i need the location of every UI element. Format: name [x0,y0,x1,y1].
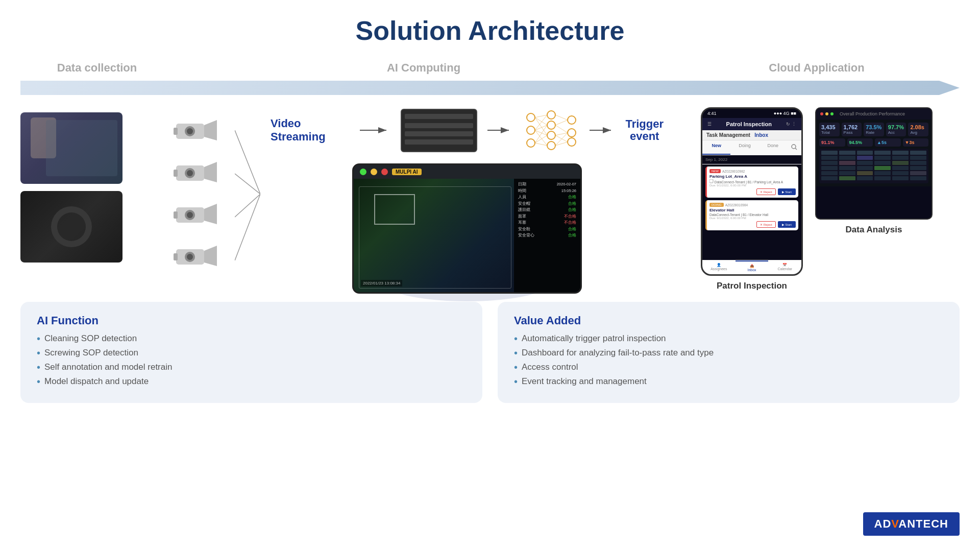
label-shoes: 安全鞋 [518,227,530,232]
db-metric-val-8: ▲5s [877,140,899,145]
db-metric-7: 94.5% [847,138,873,147]
db-td-5-1 [821,176,838,180]
task-card-1: NEW AZ0228010982 Parking Lot_Area A Data… [705,166,798,198]
photo-bottom [20,191,122,263]
mulpi-badge: MULPI AI [392,169,422,175]
flow-arrow [20,79,960,97]
svg-point-32 [527,139,535,147]
db-td-5-6 [910,176,926,180]
ai-function-title: AI Function [37,314,466,327]
task2-start-button[interactable]: ▶ Start [778,221,796,228]
page-title: Solution Architecture [20,10,960,46]
db-th-3 [857,151,873,155]
video-timestamp: 2022/01/23 13:08:34 [361,280,402,287]
db-metric-label-3: Rate [866,130,882,135]
arrow-to-trigger [590,123,615,138]
db-td-4-5 [892,171,909,175]
svg-line-48 [535,135,547,143]
task2-due: Due: 9/1/2022, 6:00:00 PM [709,217,796,220]
svg-marker-19 [204,246,217,266]
db-metric-val-9: ▼3s [905,140,927,145]
label-mask: 面罩 [518,214,526,219]
db-metrics-row-2: 91.1% 94.5% ▲5s ▼3s [819,138,928,147]
db-td-4-6 [910,171,926,175]
svg-point-33 [547,111,555,119]
info-row-shoes: 安全鞋 合格 [518,227,576,232]
task1-due: Due: 9/1/2022, 6:00:00 PM [709,184,796,187]
task2-reject-button[interactable]: ✕ Reject [756,221,776,228]
svg-line-23 [235,194,260,217]
task1-reject-button[interactable]: ✕ Reject [756,188,776,195]
val-helmet: 合格 [568,201,576,206]
task2-name: Elevator Hall [709,208,796,212]
db-metric-1: 3,435 Total [819,123,840,136]
section-label-cloud-application: Cloud Application [674,61,960,75]
screen-video: 2022/01/23 13:08:34 [354,179,514,294]
db-th-4 [874,151,891,155]
phone-date-label: Sep 1, 2022 [702,155,801,164]
db-metric-val-5: 2.08s [910,124,926,130]
section-label-ai-computing: AI Computing [174,61,674,75]
phone-tab-new[interactable]: New [702,140,730,155]
patrol-inspection-label: Patrol Inspection [717,281,787,291]
db-table-area [819,149,928,183]
phone-status-bar: 4:41 ●●● 4G ■■ [702,109,801,118]
db-td-5-2 [839,176,855,180]
label-earplug: 耳塞 [518,220,526,225]
phone-nav-inbox[interactable]: 📥Inbox [736,260,769,274]
svg-line-41 [535,117,547,125]
phone-search-icon[interactable] [787,140,801,155]
phone-tab-doing[interactable]: Doing [730,140,758,155]
db-td-3-3 [857,166,873,170]
val-mask: 不合格 [564,214,576,219]
task2-buttons: ✕ Reject ▶ Start [709,221,796,228]
info-row-vest: 安全背心 合格 [518,233,576,238]
label-vest: 安全背心 [518,233,534,238]
db-th-2 [839,151,855,155]
advantech-logo: ADVANTECH [863,512,960,536]
camera-icon-4 [174,243,235,271]
task1-buttons: ✕ Reject ▶ Start [709,188,796,195]
svg-point-38 [568,129,576,137]
dashboard-url-bar: Overall Production Performance [840,111,905,116]
val-shoes: 合格 [568,227,576,232]
dot-yellow [371,169,377,175]
db-td-4-4 [874,171,891,175]
db-metric-3: 73.5% Rate [864,123,884,136]
db-dot-red [820,112,823,115]
task1-start-button[interactable]: ▶ Start [778,188,796,195]
db-td-1-3 [857,156,873,160]
task1-id: AZ0228010982 [722,170,745,173]
apps-display-row: 4:41 ●●● 4G ■■ ☰ Patrol Inspection ↻ ⋮ T… [701,107,933,291]
db-td-2-3 [857,161,873,165]
phone-header: ☰ Patrol Inspection ↻ ⋮ [702,118,801,130]
phone-signal: ●●● 4G ■■ [774,111,796,116]
task2-status-badge: DOING [709,203,724,207]
value-added-card: Value Added Automatically trigger patrol… [498,302,960,403]
va-item-2: Dashboard for analyzing fail-to-pass rat… [514,348,943,358]
val-time: 15:05:26 [561,188,576,194]
svg-line-24 [235,194,260,260]
svg-line-52 [555,125,568,133]
svg-line-50 [555,115,568,120]
arrow-to-nn [487,123,513,138]
phone-nav-assignees[interactable]: 👤Assignees [702,260,736,274]
val-earplug: 不合格 [564,220,576,225]
db-metric-label-2: Pass [844,130,860,135]
phone-nav-calendar[interactable]: 📅Calendar [768,260,801,274]
dot-red [381,169,388,175]
db-row-2 [821,161,926,165]
task-card-2: DOING AZ0228010984 Elevator Hall DataCon… [705,200,798,230]
db-metric-4: 97.7% Acc [886,123,906,136]
svg-line-21 [235,130,260,194]
screen-info-panel: 日期 2020-02-07 時間 15:05:26 人員 合格 [514,179,580,294]
task2-id: AZ0228010984 [725,203,748,207]
label-time: 時間 [518,188,526,194]
phone-task-mgmt: Task Management Inbox [702,130,801,140]
db-metric-val-3: 73.5% [866,124,882,130]
db-td-1-6 [910,156,926,160]
video-detection-rect [374,194,415,225]
phone-tab-done[interactable]: Done [759,140,787,155]
info-row-goggles: 護目鏡 合格 [518,207,576,212]
phone-mockup: 4:41 ●●● 4G ■■ ☰ Patrol Inspection ↻ ⋮ T… [701,107,803,276]
